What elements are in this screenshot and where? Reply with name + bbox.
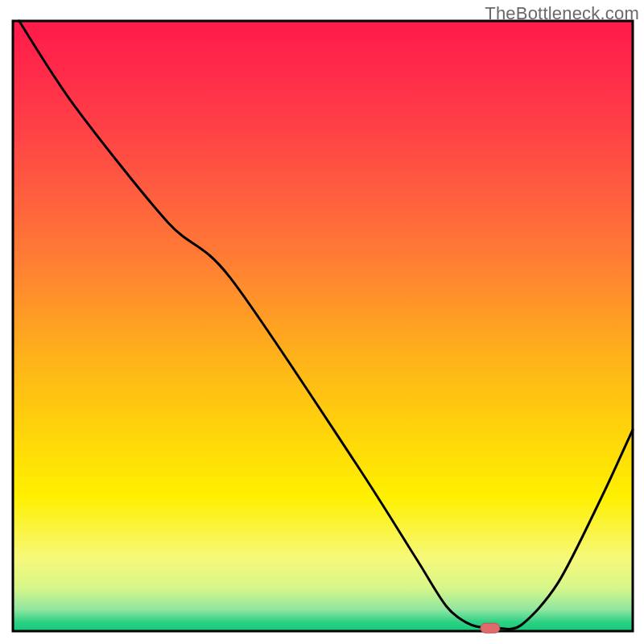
plot-background [13, 21, 633, 631]
chart-frame: TheBottleneck.com [0, 0, 644, 644]
marker-pill [481, 623, 500, 633]
bottleneck-chart [0, 0, 644, 644]
watermark-text: TheBottleneck.com [485, 3, 639, 24]
